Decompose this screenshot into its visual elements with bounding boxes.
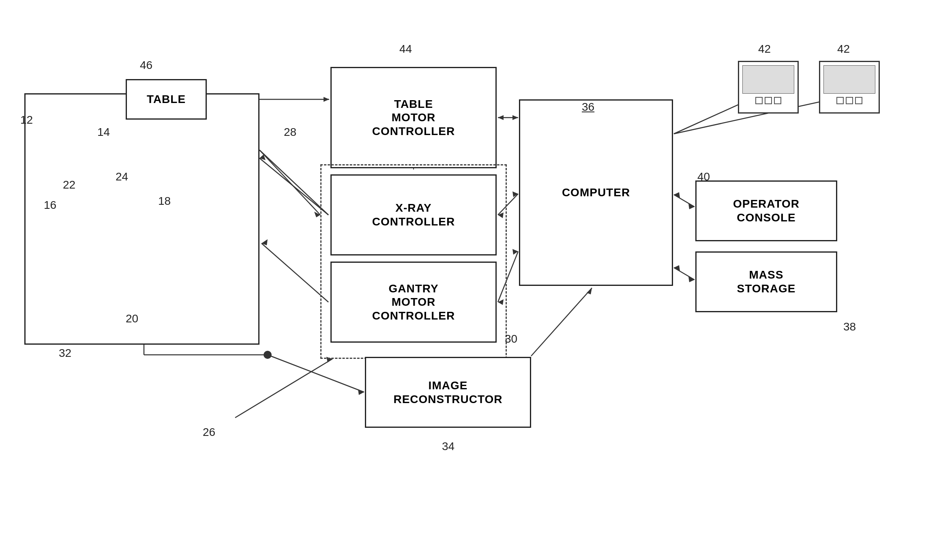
label-32: 32 (59, 347, 71, 360)
svg-line-45 (674, 268, 695, 280)
svg-marker-52 (358, 389, 364, 395)
label-14: 14 (97, 126, 110, 139)
svg-marker-25 (512, 115, 518, 120)
label-18: 18 (158, 195, 171, 208)
label-12: 12 (20, 114, 33, 127)
label-46: 46 (140, 59, 152, 72)
gmc-box: GANTRY MOTOR CONTROLLER (330, 262, 497, 343)
image-reconstructor-box: IMAGE RECONSTRUCTOR (365, 357, 531, 428)
svg-line-48 (531, 288, 592, 356)
monitor-screen-left (742, 65, 794, 94)
svg-line-36 (262, 243, 328, 302)
svg-line-29 (259, 150, 328, 215)
svg-marker-31 (512, 191, 518, 197)
xray-controller-box: X-RAY CONTROLLER (330, 174, 497, 255)
svg-line-56 (235, 359, 332, 418)
label-30: 30 (505, 333, 517, 345)
label-36: 36 (582, 101, 594, 114)
label-20: 20 (126, 312, 138, 325)
svg-marker-47 (674, 265, 680, 271)
svg-marker-37 (262, 239, 268, 245)
label-34: 34 (442, 440, 454, 453)
operator-console-box: OPERATOR CONSOLE (695, 180, 837, 241)
svg-marker-46 (688, 277, 695, 282)
label-22: 22 (63, 178, 75, 191)
monitor-dots-left (739, 95, 798, 106)
table-box: TABLE (126, 79, 207, 120)
monitor-right (819, 61, 880, 114)
svg-line-51 (268, 355, 364, 392)
svg-marker-28 (314, 212, 320, 217)
svg-line-27 (259, 150, 320, 215)
monitor-left (738, 61, 799, 114)
svg-point-50 (264, 351, 272, 359)
label-26: 26 (203, 426, 215, 439)
label-44: 44 (399, 43, 412, 56)
label-28: 28 (284, 126, 296, 139)
label-38: 38 (843, 320, 856, 333)
svg-line-38 (674, 195, 695, 207)
mass-storage-box: MASS STORAGE (695, 251, 837, 312)
svg-marker-59 (259, 154, 266, 160)
label-40: 40 (697, 170, 710, 183)
svg-marker-40 (674, 192, 680, 198)
monitor-screen-right (823, 65, 875, 94)
label-42b: 42 (837, 43, 850, 56)
label-16: 16 (44, 199, 56, 212)
tmc-box: TABLE MOTOR CONTROLLER (330, 67, 497, 168)
svg-marker-39 (688, 204, 695, 209)
svg-marker-49 (587, 288, 592, 294)
svg-marker-22 (324, 97, 329, 102)
svg-line-58 (259, 158, 328, 215)
svg-marker-26 (498, 115, 504, 120)
svg-marker-34 (512, 249, 518, 255)
label-42a: 42 (758, 43, 771, 56)
diagram: TABLE TABLE MOTOR CONTROLLER COMPUTER X-… (0, 0, 939, 560)
gantry-enclosure (24, 93, 259, 345)
label-24: 24 (116, 170, 128, 183)
computer-box: COMPUTER (519, 99, 673, 286)
monitor-dots-right (820, 95, 879, 106)
